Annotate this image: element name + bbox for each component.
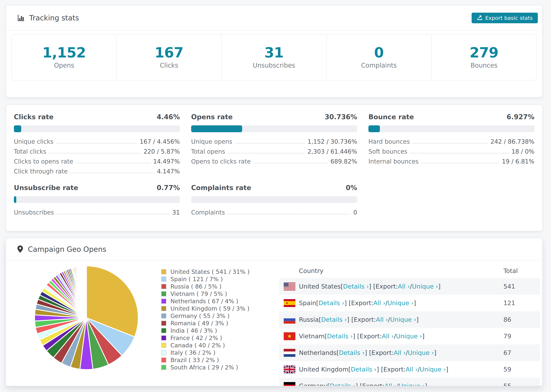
bracket: ] xyxy=(414,300,416,307)
bracket: [ xyxy=(348,366,351,373)
bracket: [ xyxy=(316,300,319,307)
stat-value: 0 xyxy=(374,46,384,60)
export-all-link[interactable]: All › xyxy=(398,283,410,290)
legend-item-united-kingdom: United Kingdom ( 59 / 3% ) xyxy=(161,305,250,312)
dotted-leader xyxy=(235,143,305,143)
export-button-label: Export basic stats xyxy=(485,15,533,21)
country-name: United States xyxy=(299,283,341,290)
export-all-link[interactable]: All › xyxy=(394,349,406,356)
legend-label: Italy ( 36 / 2% ) xyxy=(170,349,215,356)
legend-item-south-africa: South Africa ( 29 / 2% ) xyxy=(161,364,250,371)
legend-swatch xyxy=(161,306,166,311)
pie-slice[interactable] xyxy=(86,266,86,318)
export-unique-link[interactable]: Unique › xyxy=(390,316,416,323)
legend-label: Romania ( 49 / 3% ) xyxy=(170,320,228,327)
legend-swatch xyxy=(161,357,166,363)
country-total: 86 xyxy=(503,316,511,323)
rate-progress-bar xyxy=(14,196,180,203)
country-name: Netherlands xyxy=(299,349,336,356)
country-total: 59 xyxy=(503,366,511,373)
geo-title-wrap: Campaign Geo Opens xyxy=(17,245,106,253)
rate-detail-label: Total clicks xyxy=(14,148,46,155)
rate-detail-row: Complaints0 xyxy=(191,207,357,217)
stat-value: 31 xyxy=(264,46,283,60)
export-unique-link[interactable]: Unique › xyxy=(412,283,438,290)
legend-swatch xyxy=(161,269,166,274)
country-name: Spain xyxy=(299,300,316,307)
stat-card-complaints: 0Complaints xyxy=(327,35,431,80)
dotted-leader xyxy=(49,153,141,154)
table-row-united-kingdom: United Kingdom [Details ›] [Export: All … xyxy=(279,361,540,378)
legend-swatch xyxy=(161,299,166,304)
export-prefix: ] [Export: xyxy=(344,300,373,307)
table-row-netherlands: Netherlands [Details ›] [Export: All › /… xyxy=(279,344,540,361)
legend-label: India ( 46 / 3% ) xyxy=(170,327,217,334)
country-name: Germany xyxy=(299,382,327,386)
dotted-leader xyxy=(57,214,170,214)
bracket: [ xyxy=(327,382,330,386)
stat-value: 279 xyxy=(470,46,498,60)
rate-detail-row: Clicks to opens rate14.497% xyxy=(14,156,180,166)
export-all-link[interactable]: All › xyxy=(384,382,396,386)
legend-label: South Africa ( 29 / 2% ) xyxy=(170,364,238,371)
geo-country-table: Country Total United States [Details ›] … xyxy=(279,263,540,386)
export-unique-link[interactable]: Unique › xyxy=(387,300,414,307)
rate-detail-row: Soft bounces18 / 0% xyxy=(368,147,534,156)
export-prefix: ] [Export: xyxy=(369,283,398,290)
separator: / xyxy=(418,366,420,373)
country-total: 121 xyxy=(503,300,515,307)
dotted-leader xyxy=(70,173,154,173)
geo-pie-chart[interactable] xyxy=(32,263,141,372)
separator: / xyxy=(388,316,390,323)
export-all-link[interactable]: All › xyxy=(376,316,388,323)
legend-swatch xyxy=(161,350,166,355)
legend-swatch xyxy=(161,291,166,296)
bracket: [ xyxy=(336,349,339,356)
tracking-stats-title: Tracking stats xyxy=(17,14,79,22)
campaign-geo-opens-card: Campaign Geo Opens United States ( 541 /… xyxy=(6,238,543,386)
details-link[interactable]: Details › xyxy=(327,333,353,340)
export-all-link[interactable]: All › xyxy=(382,333,394,340)
stat-card-clicks: 167Clicks xyxy=(117,35,222,80)
legend-label: Canada ( 40 / 2% ) xyxy=(170,342,225,349)
stat-card-bounces: 279Bounces xyxy=(431,35,537,80)
export-unique-link[interactable]: Unique › xyxy=(396,333,422,340)
export-unique-link[interactable]: Unique › xyxy=(399,382,425,386)
stat-value: 1,152 xyxy=(42,46,86,60)
country-name: Vietnam xyxy=(299,333,325,340)
details-link[interactable]: Details › xyxy=(339,349,365,356)
flag-icon-gb xyxy=(284,365,295,373)
legend-item-united-states: United States ( 541 / 31% ) xyxy=(161,268,250,275)
details-link[interactable]: Details › xyxy=(351,366,377,373)
details-link[interactable]: Details › xyxy=(321,316,347,323)
export-all-link[interactable]: All › xyxy=(373,300,385,307)
rate-value: 4.46% xyxy=(157,113,180,121)
legend-item-romania: Romania ( 49 / 3% ) xyxy=(161,320,250,327)
rate-progress-fill xyxy=(191,125,242,132)
details-link[interactable]: Details › xyxy=(319,300,345,307)
export-unique-link[interactable]: Unique › xyxy=(408,349,434,356)
table-row-russia: Russia [Details ›] [Export: All › / Uniq… xyxy=(279,311,540,328)
legend-item-france: France ( 42 / 2% ) xyxy=(161,334,250,342)
rate-progress-bar xyxy=(191,125,357,132)
rate-progress-fill xyxy=(368,125,380,132)
export-all-link[interactable]: All › xyxy=(406,366,417,373)
dotted-leader xyxy=(410,153,509,154)
rate-detail-label: Internal bounces xyxy=(368,158,418,165)
rate-detail-label: Click through rate xyxy=(14,168,68,175)
rate-title: Complaints rate xyxy=(191,184,251,192)
rate-detail-value: 1,152 / 30.736% xyxy=(308,138,357,145)
separator: / xyxy=(410,283,412,290)
details-link[interactable]: Details › xyxy=(343,283,369,290)
legend-item-india: India ( 46 / 3% ) xyxy=(161,327,250,334)
rate-detail-value: 220 / 5.87% xyxy=(144,148,180,155)
rate-detail-label: Clicks to opens rate xyxy=(14,158,73,165)
legend-label: United Kingdom ( 59 / 3% ) xyxy=(170,305,249,312)
details-link[interactable]: Details › xyxy=(330,382,356,386)
legend-item-russia: Russia ( 86 / 5% ) xyxy=(161,283,250,290)
legend-swatch xyxy=(161,328,166,333)
bracket: [ xyxy=(319,316,321,323)
export-basic-stats-button[interactable]: Export basic stats xyxy=(472,13,538,23)
rate-detail-row: Click through rate4.147% xyxy=(14,166,180,176)
export-unique-link[interactable]: Unique › xyxy=(420,366,446,373)
